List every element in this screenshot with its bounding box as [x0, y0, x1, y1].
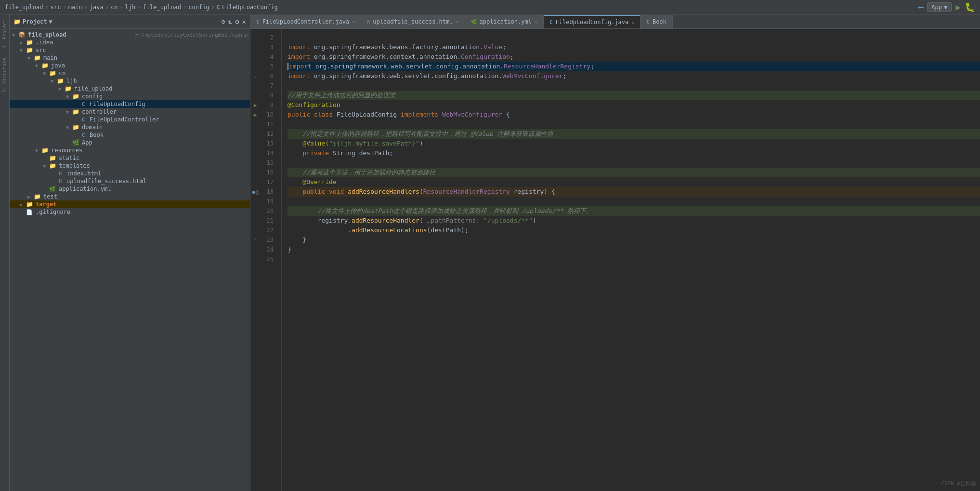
sidebar-tab-project[interactable]: 1: Project — [2, 19, 7, 48]
collapse-button[interactable]: ⇅ — [228, 18, 232, 26]
sidebar-tabs: 1: Project 2: Structure — [0, 14, 10, 491]
code-editor[interactable]: ⌄ ▶ ▶ ● @ — [250, 29, 980, 491]
tree-item-main[interactable]: ▼ 📁 main — [10, 54, 250, 62]
line-num-3: 3 — [260, 42, 277, 52]
tree-label-pkg: file_upload — [74, 85, 250, 92]
tree-label-controller: controller — [82, 108, 250, 115]
tree-item-target[interactable]: ▶ 📁 target — [10, 200, 250, 208]
tree-item-java[interactable]: ▼ 📁 java — [10, 62, 250, 69]
breadcrumb-item-java[interactable]: java — [90, 4, 104, 11]
project-dropdown-icon[interactable]: ▼ — [49, 18, 52, 25]
breadcrumb-item-file-upload[interactable]: file_upload — [5, 4, 43, 11]
line-num-9: 9 — [260, 100, 277, 110]
breadcrumb-sep-8: › — [211, 4, 215, 11]
target-folder-icon: 📁 — [25, 201, 34, 208]
tree-item-Book[interactable]: ▶ C Book — [10, 131, 250, 139]
tree-item-src[interactable]: ▼ 📁 src — [10, 46, 250, 54]
tree-item-resources[interactable]: ▼ 📁 resources — [10, 146, 250, 154]
line-num-2: 2 — [260, 33, 277, 42]
tab-FileUpLoadConfig[interactable]: C FileUpLoadConfig.java ✕ — [544, 15, 640, 28]
idea-folder-icon: 📁 — [25, 39, 34, 46]
gutter-14 — [250, 148, 260, 158]
tree-item-idea[interactable]: ▶ 📁 .idea — [10, 39, 250, 46]
nav-back-arrow[interactable]: ⟵ — [919, 2, 924, 12]
tree-item-FileUpLoadConfig[interactable]: ▶ C FileUpLoadConfig — [10, 100, 250, 108]
locate-button[interactable]: ⊕ — [221, 18, 225, 26]
run-button[interactable]: ▶ — [955, 2, 961, 12]
breadcrumb-item-ljh[interactable]: ljh — [125, 4, 136, 11]
app-selector[interactable]: App ▼ — [927, 2, 952, 12]
FileUpLoadController-icon: C — [79, 117, 88, 123]
pkg-4: org.springframework.context.annotation. — [314, 52, 461, 62]
breadcrumb-item-file-upload-pkg[interactable]: file_upload — [143, 4, 181, 11]
semi-4: ; — [510, 52, 514, 62]
gitignore-icon: 📄 — [25, 209, 34, 215]
breadcrumb: file_upload › src › main › java › cn › l… — [5, 4, 278, 11]
breadcrumb-item-current[interactable]: FileUpLoadConfig — [222, 4, 278, 11]
tab-FileUpLoadController[interactable]: C FileUpLoadController.java ✕ — [250, 15, 361, 28]
sidebar-tab-structure[interactable]: 2: Structure — [2, 58, 7, 93]
paren-18: ( — [419, 187, 423, 197]
tree-item-file-upload-root[interactable]: ▼ 📦 file_upload F:\myCode\crazyCode\Spri… — [10, 31, 250, 39]
tab-icon-Book: C — [646, 19, 650, 25]
code-line-21: registry.addResourceHandler( …pathPatter… — [287, 216, 980, 226]
line-num-19: 19 — [260, 197, 277, 206]
run-icon-9[interactable]: ▶ — [254, 102, 257, 108]
method-name-18: addResourceHandlers — [348, 187, 419, 197]
fold-end-icon-23[interactable]: ⌃ — [254, 238, 256, 242]
tree-item-gitignore[interactable]: 📄 .gitignore — [10, 208, 250, 216]
tree-item-file-upload-pkg[interactable]: ▼ 📁 file_upload — [10, 85, 250, 93]
tree-label-main: main — [43, 54, 250, 61]
cls-resource-5: ResourceHandlerRegistry — [504, 62, 590, 71]
debug-button[interactable]: 🐛 — [965, 2, 975, 12]
tab-close-application-yml[interactable]: ✕ — [535, 19, 537, 25]
uploadfile-html-icon: H — [56, 178, 65, 185]
settings-button[interactable]: ⚙ — [235, 18, 239, 26]
gutter-21 — [250, 216, 260, 226]
tree-label-test: test — [43, 193, 250, 200]
kw-void-18: void — [329, 187, 348, 197]
tree-item-App[interactable]: ▶ 🌿 App — [10, 139, 250, 146]
tree-item-static[interactable]: 📁 static — [10, 154, 250, 162]
tree-item-domain[interactable]: ▼ 📁 domain — [10, 123, 250, 131]
breadcrumb-sep-1: › — [45, 4, 48, 11]
gutter-11 — [250, 119, 260, 129]
bookmark-icon-18: ● — [252, 189, 255, 195]
tree-item-uploadfile-success-html[interactable]: H uploadfile_success.html — [10, 177, 250, 185]
breadcrumb-item-cn[interactable]: cn — [111, 4, 118, 11]
tree-item-cn[interactable]: ▼ 📁 cn — [10, 69, 250, 77]
close-panel-button[interactable]: ✕ — [242, 18, 246, 26]
tree-item-test[interactable]: ▶ 📁 test — [10, 193, 250, 200]
kw-class-10: class — [314, 110, 337, 119]
run-icon-10[interactable]: ▶ — [254, 112, 257, 118]
tab-close-FileUpLoadConfig[interactable]: ✕ — [631, 20, 634, 25]
tab-uploadfile-success[interactable]: H uploadfile_success.html ✕ — [361, 15, 465, 28]
line-num-16: 16 — [260, 168, 277, 177]
gutter-17 — [250, 177, 260, 187]
tab-application-yml[interactable]: 🌿 application.yml ✕ — [465, 15, 544, 28]
gutter-24 — [250, 245, 260, 254]
tree-item-templates[interactable]: ▼ 📁 templates — [10, 162, 250, 170]
tab-label-uploadfile-success: uploadfile_success.html — [373, 18, 453, 25]
gutter-23: ⌃ — [250, 235, 260, 245]
code-line-2 — [287, 33, 980, 42]
tab-close-FileUpLoadController[interactable]: ✕ — [352, 19, 355, 25]
code-content[interactable]: import org.springframework.beans.factory… — [282, 29, 980, 491]
run-icon-18[interactable]: @ — [256, 189, 259, 195]
tree-item-index-html[interactable]: H index.html — [10, 170, 250, 177]
tree-item-application-yml[interactable]: 🌿 application.yml — [10, 185, 250, 193]
tab-Book[interactable]: C Book — [640, 15, 673, 28]
tree-item-FileUpLoadController[interactable]: ▶ C FileUpLoadController — [10, 116, 250, 123]
breadcrumb-item-main[interactable]: main — [68, 4, 82, 11]
tree-item-controller[interactable]: ▼ 📁 controller — [10, 108, 250, 116]
breadcrumb-item-src[interactable]: src — [51, 4, 61, 11]
editor-area: C FileUpLoadController.java ✕ H uploadfi… — [250, 14, 980, 491]
fold-icon-6[interactable]: ⌄ — [254, 74, 256, 79]
close-22: ); — [461, 226, 469, 235]
cursor-5 — [287, 63, 288, 70]
tree-item-ljh[interactable]: ▼ 📁 ljh — [10, 77, 250, 85]
tree-label-resources: resources — [51, 147, 250, 154]
breadcrumb-item-config[interactable]: config — [188, 4, 209, 11]
tree-item-config[interactable]: ▼ 📁 config — [10, 93, 250, 100]
tab-close-uploadfile-success[interactable]: ✕ — [456, 19, 458, 25]
